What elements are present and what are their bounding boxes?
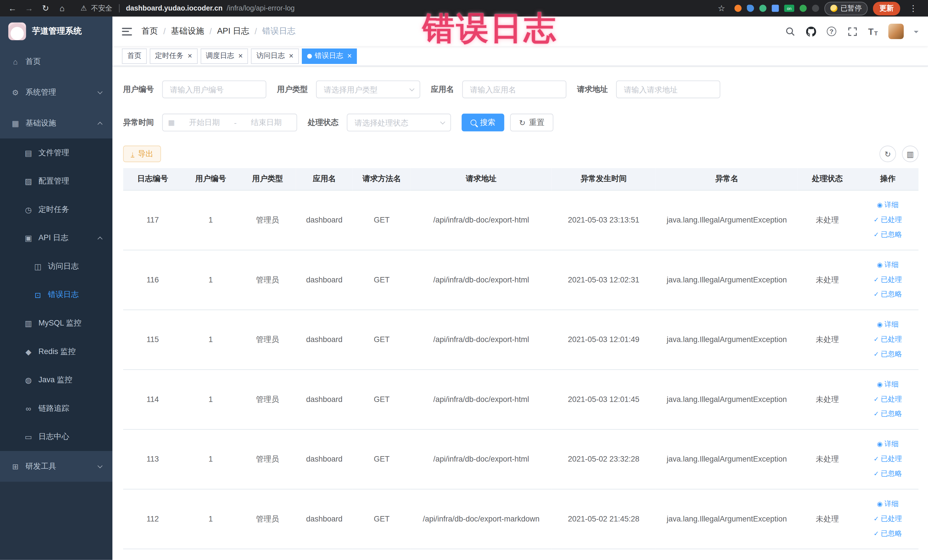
tab-scheduled-jobs[interactable]: 定时任务 ×: [150, 48, 197, 64]
extension-icon-6[interactable]: [800, 5, 807, 12]
sidebar-item-api-log[interactable]: ▣ API 日志: [0, 224, 112, 252]
detail-link[interactable]: ◉详细: [859, 257, 916, 272]
close-icon[interactable]: ×: [188, 52, 192, 60]
sidebar-item-config-mgmt[interactable]: ▨ 配置管理: [0, 167, 112, 195]
breadcrumb-infrastructure[interactable]: 基础设施: [171, 26, 204, 37]
extension-icon-2[interactable]: [747, 5, 754, 12]
processed-link[interactable]: ✓已处理: [859, 452, 916, 467]
tab-job-log[interactable]: 调度日志 ×: [200, 48, 248, 64]
detail-link[interactable]: ◉详细: [859, 198, 916, 212]
status-select[interactable]: [347, 113, 451, 131]
date-range-picker[interactable]: ▦ 开始日期 - 结束日期: [162, 113, 297, 131]
sidebar-item-home[interactable]: ⌂ 首页: [0, 46, 112, 77]
sidebar-item-system-mgmt[interactable]: ⚙ 系统管理: [0, 77, 112, 108]
ignored-link[interactable]: ✓已忽略: [859, 287, 916, 302]
ignored-link[interactable]: ✓已忽略: [859, 467, 916, 481]
sidebar-item-error-log[interactable]: ⊡ 错误日志: [0, 281, 112, 309]
request-url-label: 请求地址: [577, 84, 608, 95]
processed-link[interactable]: ✓已处理: [859, 212, 916, 227]
ignored-link[interactable]: ✓已忽略: [859, 347, 916, 362]
cell-status: 未处理: [798, 489, 857, 549]
collapse-sidebar-icon[interactable]: [122, 27, 132, 35]
extension-icon-7[interactable]: [812, 5, 819, 12]
forward-icon[interactable]: →: [21, 3, 37, 13]
sidebar-item-label: MySQL 监控: [38, 318, 81, 328]
user-id-input[interactable]: [162, 81, 266, 98]
user-type-select-input[interactable]: [316, 81, 420, 98]
bookmark-star-icon[interactable]: ☆: [714, 3, 729, 13]
cell-user-type: 管理员: [239, 190, 296, 250]
breadcrumb-home[interactable]: 首页: [142, 26, 158, 37]
sidebar-item-mysql-monitor[interactable]: ▥ MySQL 监控: [0, 309, 112, 337]
font-size-icon[interactable]: TT: [867, 26, 878, 37]
avatar-dropdown-caret-icon[interactable]: [914, 31, 919, 35]
close-icon[interactable]: ×: [347, 52, 352, 60]
fullscreen-icon[interactable]: [847, 26, 858, 37]
refresh-table-button[interactable]: ↻: [879, 145, 896, 162]
breadcrumb-separator: /: [255, 26, 257, 36]
extension-icon-1[interactable]: [734, 5, 742, 12]
tab-access-log[interactable]: 访问日志 ×: [251, 48, 299, 64]
sidebar-item-access-log[interactable]: ◫ 访问日志: [0, 252, 112, 281]
processed-link[interactable]: ✓已处理: [859, 272, 916, 287]
github-icon[interactable]: [806, 26, 816, 37]
address-bar[interactable]: ⚠ 不安全 dashboard.yudao.iocoder.cn/infra/l…: [71, 3, 713, 13]
sidebar-item-file-mgmt[interactable]: ▤ 文件管理: [0, 138, 112, 167]
cell-status: 未处理: [798, 190, 857, 250]
logo[interactable]: 芋道管理系统: [0, 17, 112, 46]
cell-user-type: 管理员: [239, 369, 296, 429]
cell-request-url: /api/infra/db-doc/export-html: [411, 250, 552, 310]
col-request-url: 请求地址: [411, 168, 552, 190]
browser-menu-kebab-icon[interactable]: ⋮: [905, 3, 921, 13]
cell-app-name: dashboard: [296, 250, 353, 310]
close-icon[interactable]: ×: [289, 52, 293, 60]
detail-link[interactable]: ◉详细: [859, 377, 916, 392]
ignored-link[interactable]: ✓已忽略: [859, 526, 916, 541]
search-button[interactable]: 搜索: [462, 113, 504, 131]
close-icon[interactable]: ×: [238, 52, 243, 60]
reload-icon[interactable]: ↻: [38, 3, 53, 13]
sidebar-item-tracing[interactable]: ∞ 链路追踪: [0, 394, 112, 423]
detail-link[interactable]: ◉详细: [859, 437, 916, 452]
extension-icon-4[interactable]: [772, 5, 779, 12]
sidebar-item-java-monitor[interactable]: ◍ Java 监控: [0, 366, 112, 394]
request-url-input[interactable]: [616, 81, 720, 98]
breadcrumb-api-log[interactable]: API 日志: [217, 26, 249, 37]
cell-request-url: /api/infra/db-doc/export-html: [411, 369, 552, 429]
extension-icon-3[interactable]: [759, 5, 766, 12]
table-row: 115 1 管理员 dashboard GET /api/infra/db-do…: [123, 310, 919, 369]
sidebar-item-infrastructure[interactable]: ▦ 基础设施: [0, 108, 112, 139]
ignored-link[interactable]: ✓已忽略: [859, 406, 916, 421]
cell-exception-time: 2021-05-02 21:45:28: [552, 489, 656, 549]
sidebar-item-log-center[interactable]: ▭ 日志中心: [0, 423, 112, 451]
back-icon[interactable]: ←: [5, 3, 20, 13]
detail-link[interactable]: ◉详细: [859, 317, 916, 332]
paused-badge[interactable]: 已暂停: [824, 2, 867, 15]
processed-link[interactable]: ✓已处理: [859, 511, 916, 526]
export-button[interactable]: ↓ 导出: [123, 145, 161, 162]
eye-icon: ◉: [877, 381, 883, 388]
reset-button[interactable]: ↻ 重置: [510, 113, 553, 131]
tab-home[interactable]: 首页: [122, 48, 147, 64]
status-select-input[interactable]: [347, 113, 451, 131]
sidebar-item-scheduled-jobs[interactable]: ◷ 定时任务: [0, 195, 112, 224]
processed-link[interactable]: ✓已处理: [859, 332, 916, 347]
col-exception-time: 异常发生时间: [552, 168, 656, 190]
sidebar-menu: ⌂ 首页 ⚙ 系统管理 ▦ 基础设施 ▤ 文件管理: [0, 46, 112, 560]
column-settings-button[interactable]: ▥: [902, 145, 919, 162]
tab-error-log[interactable]: 错误日志 ×: [302, 48, 357, 64]
user-type-select[interactable]: [316, 81, 420, 98]
extension-icon-5[interactable]: on: [784, 5, 794, 12]
avatar[interactable]: [888, 24, 904, 39]
app-name-input[interactable]: [462, 81, 566, 98]
check-icon: ✓: [873, 276, 879, 283]
update-button[interactable]: 更新: [873, 2, 900, 15]
help-icon[interactable]: ?: [826, 26, 837, 37]
browser-home-icon[interactable]: ⌂: [55, 3, 70, 13]
detail-link[interactable]: ◉详细: [859, 497, 916, 511]
ignored-link[interactable]: ✓已忽略: [859, 227, 916, 242]
sidebar-item-redis-monitor[interactable]: ◆ Redis 监控: [0, 337, 112, 366]
processed-link[interactable]: ✓已处理: [859, 392, 916, 406]
sidebar-item-dev-tools[interactable]: ⊞ 研发工具: [0, 451, 112, 482]
search-icon[interactable]: [785, 26, 795, 37]
